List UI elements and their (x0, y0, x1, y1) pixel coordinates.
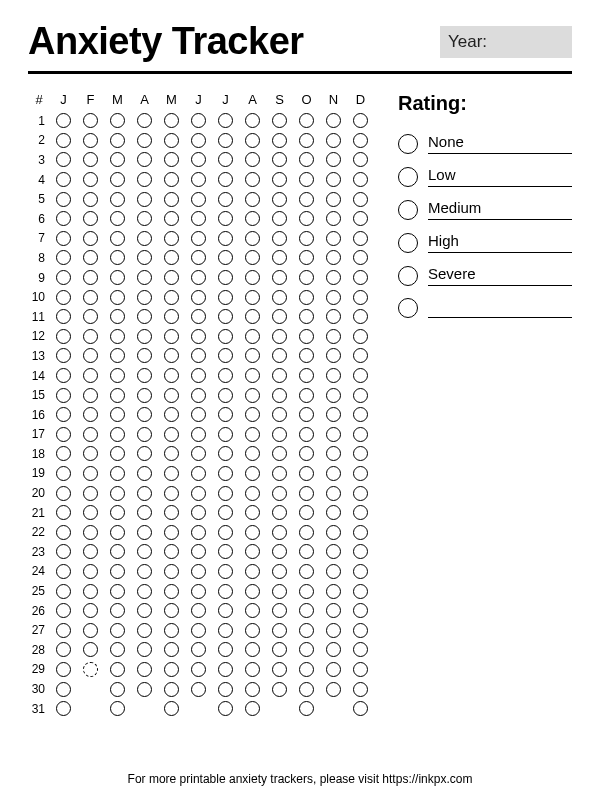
grid-cell[interactable] (104, 348, 131, 363)
grid-cell[interactable] (239, 388, 266, 403)
grid-cell[interactable] (266, 505, 293, 520)
grid-cell[interactable] (293, 407, 320, 422)
grid-cell[interactable] (158, 290, 185, 305)
grid-cell[interactable] (320, 603, 347, 618)
grid-cell[interactable] (104, 603, 131, 618)
grid-cell[interactable] (347, 152, 374, 167)
grid-cell[interactable] (239, 270, 266, 285)
grid-cell[interactable] (77, 407, 104, 422)
grid-cell[interactable] (131, 152, 158, 167)
grid-cell[interactable] (158, 113, 185, 128)
grid-cell[interactable] (185, 584, 212, 599)
grid-cell[interactable] (50, 564, 77, 579)
grid-cell[interactable] (50, 701, 77, 716)
grid-cell[interactable] (185, 505, 212, 520)
grid-cell[interactable] (158, 172, 185, 187)
grid-cell[interactable] (77, 584, 104, 599)
grid-cell[interactable] (266, 231, 293, 246)
grid-cell[interactable] (158, 192, 185, 207)
grid-cell[interactable] (320, 544, 347, 559)
grid-cell[interactable] (266, 290, 293, 305)
grid-cell[interactable] (293, 525, 320, 540)
grid-cell[interactable] (131, 290, 158, 305)
grid-cell[interactable] (212, 329, 239, 344)
grid-cell[interactable] (347, 603, 374, 618)
grid-cell[interactable] (320, 407, 347, 422)
grid-cell[interactable] (347, 525, 374, 540)
grid-cell[interactable] (212, 427, 239, 442)
grid-cell[interactable] (320, 348, 347, 363)
grid-cell[interactable] (185, 290, 212, 305)
grid-cell[interactable] (320, 388, 347, 403)
grid-cell[interactable] (347, 172, 374, 187)
grid-cell[interactable] (158, 407, 185, 422)
grid-cell[interactable] (158, 466, 185, 481)
grid-cell[interactable] (185, 662, 212, 677)
grid-cell[interactable] (266, 113, 293, 128)
grid-cell[interactable] (347, 309, 374, 324)
grid-cell[interactable] (77, 152, 104, 167)
grid-cell[interactable] (185, 348, 212, 363)
circle-icon[interactable] (398, 200, 418, 220)
grid-cell[interactable] (320, 505, 347, 520)
grid-cell[interactable] (104, 172, 131, 187)
grid-cell[interactable] (104, 113, 131, 128)
rating-label[interactable]: High (428, 232, 572, 253)
grid-cell[interactable] (347, 642, 374, 657)
grid-cell[interactable] (239, 701, 266, 716)
grid-cell[interactable] (104, 388, 131, 403)
grid-cell[interactable] (347, 564, 374, 579)
grid-cell[interactable] (131, 407, 158, 422)
grid-cell[interactable] (293, 152, 320, 167)
grid-cell[interactable] (50, 486, 77, 501)
grid-cell[interactable] (131, 603, 158, 618)
grid-cell[interactable] (104, 152, 131, 167)
circle-icon[interactable] (398, 298, 418, 318)
grid-cell[interactable] (77, 564, 104, 579)
grid-cell[interactable] (50, 133, 77, 148)
grid-cell[interactable] (239, 603, 266, 618)
grid-cell[interactable] (293, 584, 320, 599)
grid-cell[interactable] (131, 486, 158, 501)
grid-cell[interactable] (77, 427, 104, 442)
grid-cell[interactable] (104, 231, 131, 246)
rating-label[interactable]: Low (428, 166, 572, 187)
grid-cell[interactable] (77, 329, 104, 344)
circle-icon[interactable] (398, 134, 418, 154)
grid-cell[interactable] (50, 250, 77, 265)
grid-cell[interactable] (239, 486, 266, 501)
grid-cell[interactable] (158, 564, 185, 579)
grid-cell[interactable] (320, 486, 347, 501)
grid-cell[interactable] (77, 309, 104, 324)
grid-cell[interactable] (77, 211, 104, 226)
grid-cell[interactable] (158, 525, 185, 540)
grid-cell[interactable] (212, 309, 239, 324)
grid-cell[interactable] (185, 270, 212, 285)
grid-cell[interactable] (185, 544, 212, 559)
grid-cell[interactable] (131, 584, 158, 599)
grid-cell[interactable] (266, 446, 293, 461)
grid-cell[interactable] (347, 211, 374, 226)
grid-cell[interactable] (104, 584, 131, 599)
grid-cell[interactable] (347, 662, 374, 677)
grid-cell[interactable] (50, 152, 77, 167)
grid-cell[interactable] (131, 368, 158, 383)
grid-cell[interactable] (104, 407, 131, 422)
grid-cell[interactable] (293, 329, 320, 344)
grid-cell[interactable] (131, 348, 158, 363)
grid-cell[interactable] (347, 329, 374, 344)
grid-cell[interactable] (320, 368, 347, 383)
grid-cell[interactable] (293, 113, 320, 128)
grid-cell[interactable] (347, 427, 374, 442)
grid-cell[interactable] (50, 407, 77, 422)
grid-cell[interactable] (104, 466, 131, 481)
grid-cell[interactable] (266, 525, 293, 540)
grid-cell[interactable] (50, 584, 77, 599)
grid-cell[interactable] (131, 427, 158, 442)
grid-cell[interactable] (320, 211, 347, 226)
grid-cell[interactable] (347, 231, 374, 246)
grid-cell[interactable] (320, 250, 347, 265)
grid-cell[interactable] (104, 329, 131, 344)
grid-cell[interactable] (293, 192, 320, 207)
grid-cell[interactable] (293, 682, 320, 697)
